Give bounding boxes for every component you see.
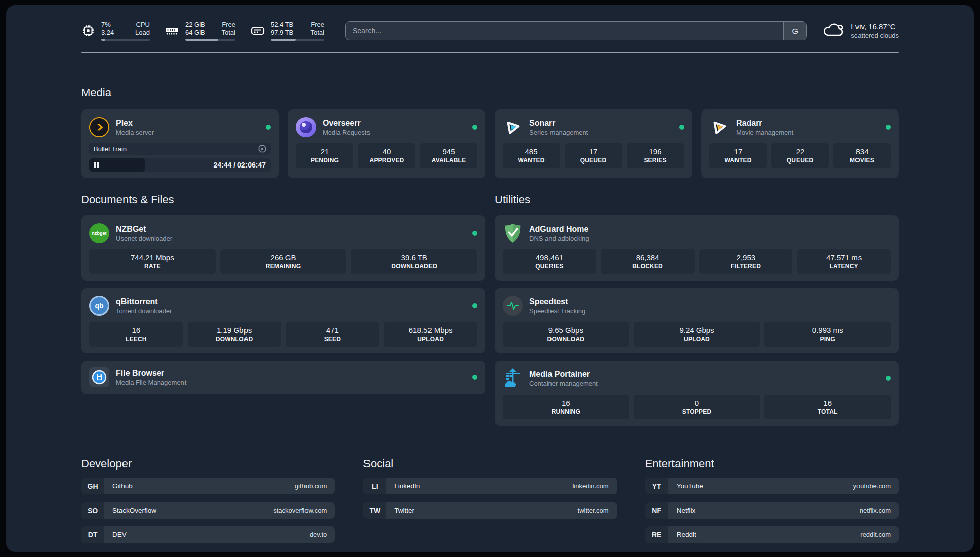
bookmark-tag: LI (363, 478, 386, 494)
app-subtitle: Media File Management (116, 378, 186, 387)
section-title-developer: Developer (81, 457, 335, 470)
card-overseerr[interactable]: Overseerr Media Requests 21PENDING 40APP… (288, 109, 485, 178)
app-name: Media Portainer (529, 369, 598, 379)
bookmark-row-github[interactable]: GH Githubgithub.com (81, 478, 335, 494)
card-radarr[interactable]: Radarr Movie management 17WANTED 22QUEUE… (701, 109, 899, 178)
app-name: Plex (116, 118, 154, 128)
app-subtitle: Series management (529, 128, 588, 137)
status-dot (886, 125, 891, 130)
stat-box: 196SERIES (627, 143, 684, 168)
search-engine-button[interactable]: G (783, 22, 806, 40)
weather-condition: scattered clouds (851, 31, 899, 40)
cpu-label: CPU (135, 21, 150, 29)
card-adguard[interactable]: AdGuard Home DNS and adblocking 498,461Q… (495, 215, 899, 281)
card-nzbget[interactable]: nzbget NZBGet Usenet downloader 744.21 M… (81, 215, 485, 281)
stat-label: LATENCY (799, 263, 889, 270)
stat-value: 9.65 Gbps (505, 325, 627, 335)
card-sonarr[interactable]: Sonarr Series management 485WANTED 17QUE… (495, 109, 692, 178)
stat-value: 1.19 Gbps (190, 325, 279, 335)
app-name: Radarr (736, 118, 793, 128)
stat-value: 945 (422, 147, 475, 156)
stat-value: 16 (91, 325, 181, 335)
cloud-icon (822, 22, 845, 40)
cpu-percent: 7% (101, 21, 114, 29)
stat-value: 40 (360, 147, 413, 156)
stat-value: 17 (711, 147, 765, 156)
cpu-progress-bar (101, 39, 150, 41)
search-bar: G (345, 21, 807, 40)
bookmark-row-dev[interactable]: DT DEVdev.to (81, 526, 335, 543)
portainer-icon (503, 368, 523, 388)
stat-value: 196 (629, 147, 682, 156)
card-speedtest[interactable]: Speedtest Speedtest Tracking 9.65 GbpsDO… (495, 288, 899, 353)
stat-box: 9.24 GbpsUPLOAD (634, 322, 760, 347)
card-filebrowser[interactable]: File Browser Media File Management (81, 361, 485, 394)
stat-value: 2,953 (701, 253, 791, 262)
cpu-icon (81, 24, 95, 38)
bookmark-row-youtube[interactable]: YT YouTubeyoutube.com (645, 478, 899, 494)
card-qbittorrent[interactable]: qb qBittorrent Torrent downloader 16LEEC… (81, 288, 485, 353)
stat-label: DOWNLOADED (353, 263, 475, 270)
section-title-utilities: Utilities (495, 193, 899, 206)
app-name: Speedtest (529, 297, 585, 307)
bookmark-row-linkedin[interactable]: LI LinkedInlinkedin.com (363, 478, 617, 494)
stat-box: 0STOPPED (634, 395, 760, 419)
session-settings-icon[interactable] (258, 145, 266, 153)
bookmark-group-entertainment: Entertainment YT YouTubeyoutube.com NF N… (645, 457, 899, 543)
cpu-metric: 7%3.24 CPULoad (81, 21, 150, 41)
storage-progress-bar (271, 39, 324, 41)
bookmark-tag: RE (645, 526, 668, 543)
stat-box: 744.21 MbpsRATE (89, 249, 216, 274)
app-subtitle: Container management (529, 379, 598, 388)
bookmark-url: twitter.com (578, 507, 609, 514)
bookmark-row-twitter[interactable]: TW Twittertwitter.com (363, 502, 617, 519)
app-subtitle: Media Requests (323, 128, 370, 137)
bookmark-row-stackoverflow[interactable]: SO StackOverflowstackoverflow.com (81, 502, 335, 519)
bookmark-row-netflix[interactable]: NF Netflixnetflix.com (645, 502, 899, 519)
nzbget-icon: nzbget (89, 223, 109, 243)
storage-icon (251, 25, 265, 36)
playback-progress: 24:44 / 02:06:47 (89, 158, 271, 172)
stat-box: 86,384BLOCKED (601, 249, 695, 274)
bookmark-tag: DT (81, 526, 104, 543)
plex-icon (89, 117, 109, 137)
stat-box: 9.65 GbpsDOWNLOAD (503, 322, 629, 347)
stat-value: 266 GB (222, 253, 345, 262)
media-grid: Plex Media server Bullet Train 24:44 / 0… (81, 109, 899, 178)
utilities-column: Utilities AdGuard Home DNS and (495, 193, 899, 426)
card-portainer[interactable]: Media Portainer Container management 16R… (495, 361, 899, 426)
dashboard: 7%3.24 CPULoad 22 GiB64 GiB FreeTotal (6, 5, 974, 552)
pause-button[interactable] (89, 158, 145, 172)
stat-label: DOWNLOAD (505, 336, 627, 343)
stat-label: RATE (91, 263, 214, 270)
status-dot (472, 375, 477, 380)
stat-label: WANTED (505, 157, 558, 164)
stat-label: PENDING (298, 157, 351, 164)
stat-label: QUEUED (567, 157, 620, 164)
stat-label: SEED (288, 336, 378, 343)
stat-label: MOVIES (835, 157, 889, 164)
stat-box: 16RUNNING (503, 395, 629, 419)
stat-label: AVAILABLE (422, 157, 475, 164)
status-dot (679, 125, 684, 130)
status-dot (266, 125, 271, 130)
stat-value: 39.6 TB (353, 253, 475, 262)
status-dot (472, 303, 477, 308)
stat-box: 47.571 msLATENCY (797, 249, 891, 274)
stat-box: 22QUEUED (771, 143, 829, 168)
memory-total-label: Total (222, 29, 235, 37)
app-name: AdGuard Home (529, 224, 589, 234)
app-name: qBittorrent (116, 297, 172, 307)
stat-box: 834MOVIES (833, 143, 891, 168)
storage-free-label: Free (311, 21, 324, 29)
stat-label: APPROVED (360, 157, 413, 164)
bookmark-row-reddit[interactable]: RE Redditreddit.com (645, 526, 899, 543)
search-input[interactable] (346, 22, 783, 40)
app-subtitle: Movie management (736, 128, 793, 137)
documents-column: Documents & Files nzbget NZBGet Usenet d… (81, 193, 485, 426)
stat-value: 618.52 Mbps (386, 325, 475, 335)
bookmark-tag: NF (645, 502, 668, 519)
app-subtitle: Media server (116, 128, 154, 137)
card-plex[interactable]: Plex Media server Bullet Train 24:44 / 0… (81, 109, 279, 178)
stat-box: 0.993 msPING (764, 322, 891, 347)
